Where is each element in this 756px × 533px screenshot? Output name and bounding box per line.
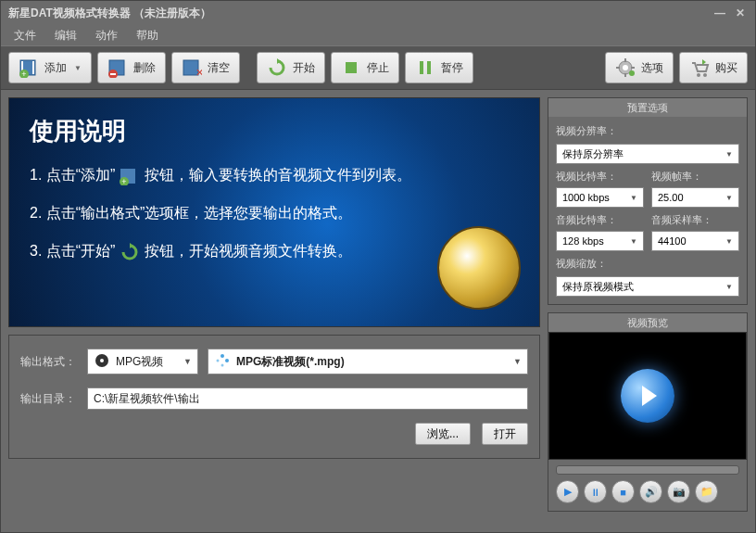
instruction-step-2: 2. 点击“输出格式”选项框，选择您要输出的格式。 <box>30 204 519 223</box>
preview-slider[interactable] <box>556 465 739 475</box>
svg-rect-19 <box>631 67 635 69</box>
audio-sample-label: 音频采样率： <box>651 213 739 227</box>
toolbar: + 添加▼ 删除 ✕ 清空 开始 停止 暂停 选项 <box>1 45 755 90</box>
svg-text:✕: ✕ <box>195 67 202 78</box>
browse-button[interactable]: 浏览... <box>415 423 471 445</box>
output-format-label: 输出格式： <box>20 354 78 370</box>
output-dir-input[interactable] <box>87 387 528 410</box>
stop-icon <box>341 57 361 78</box>
clear-film-icon: ✕ <box>182 57 202 78</box>
svg-point-29 <box>100 359 104 362</box>
svg-text:+: + <box>122 177 127 185</box>
menu-help[interactable]: 帮助 <box>127 26 168 45</box>
video-scale-select[interactable]: 保持原视频模式▼ <box>556 276 739 297</box>
instruction-step-1: 1. 点击“添加” + 按钮，输入要转换的音视频文件到列表。 <box>30 166 519 185</box>
preview-header: 视频预览 <box>548 313 747 332</box>
svg-rect-17 <box>624 73 626 77</box>
audio-bitrate-select[interactable]: 128 kbps▼ <box>556 231 644 251</box>
instruction-banner: 使用说明 1. 点击“添加” + 按钮，输入要转换的音视频文件到列表。 2. 点… <box>8 97 540 327</box>
svg-rect-16 <box>624 58 626 62</box>
preview-stop-button[interactable]: ■ <box>611 480 635 503</box>
preview-panel: 视频预览 ▶ ⏸ ■ 🔊 📷 📁 <box>548 312 748 512</box>
banner-heading: 使用说明 <box>30 115 519 147</box>
preview-play-button[interactable]: ▶ <box>556 480 579 503</box>
video-resolution-select[interactable]: 保持原分辨率▼ <box>556 144 739 164</box>
options-button[interactable]: 选项 <box>605 52 674 83</box>
menu-edit[interactable]: 编辑 <box>45 26 86 45</box>
svg-rect-13 <box>427 61 431 74</box>
preview-volume-button[interactable]: 🔊 <box>639 480 662 503</box>
audio-bitrate-label: 音频比特率： <box>556 213 644 227</box>
pause-icon <box>415 57 435 78</box>
add-film-icon: + <box>19 57 39 78</box>
film-icon <box>94 352 110 372</box>
svg-point-15 <box>623 65 628 70</box>
video-fps-label: 视频帧率： <box>651 170 739 184</box>
add-button[interactable]: + 添加▼ <box>8 52 92 83</box>
preview-pause-button[interactable]: ⏸ <box>584 480 607 503</box>
delete-button[interactable]: 删除 <box>97 52 166 83</box>
close-button[interactable]: ✕ <box>733 6 748 19</box>
stop-button[interactable]: 停止 <box>331 52 399 83</box>
output-dir-label: 输出目录： <box>20 391 78 407</box>
preview-folder-button[interactable]: 📁 <box>695 480 718 503</box>
loading-icon <box>214 352 231 372</box>
clear-button[interactable]: ✕ 清空 <box>171 52 240 83</box>
disc-decoration <box>437 226 521 310</box>
svg-rect-11 <box>346 62 357 73</box>
menu-file[interactable]: 文件 <box>5 26 45 45</box>
preview-play-icon <box>621 369 674 423</box>
svg-rect-7 <box>110 73 116 75</box>
delete-film-icon <box>107 57 128 78</box>
svg-point-22 <box>703 73 707 77</box>
preview-snapshot-button[interactable]: 📷 <box>667 480 690 503</box>
video-bitrate-label: 视频比特率： <box>556 170 644 184</box>
titlebar: 新星DAT视频格式转换器 （未注册版本） — ✕ <box>1 1 755 25</box>
preview-area <box>548 332 747 460</box>
svg-point-21 <box>697 73 700 77</box>
pause-button[interactable]: 暂停 <box>405 52 473 83</box>
audio-sample-select[interactable]: 44100▼ <box>651 231 739 251</box>
video-fps-select[interactable]: 25.00▼ <box>651 187 739 208</box>
preset-header: 预置选项 <box>548 98 747 117</box>
minimize-button[interactable]: — <box>712 6 727 19</box>
svg-rect-2 <box>32 61 34 74</box>
main-window: 新星DAT视频格式转换器 （未注册版本） — ✕ 文件 编辑 动作 帮助 + 添… <box>0 0 756 533</box>
menu-action[interactable]: 动作 <box>86 26 127 45</box>
format-profile-select[interactable]: MPG标准视频(*.mpg) ▼ <box>208 349 528 374</box>
format-category-select[interactable]: MPG视频 ▼ <box>87 349 198 374</box>
svg-point-20 <box>629 70 635 76</box>
svg-point-33 <box>217 359 220 362</box>
video-scale-label: 视频缩放： <box>556 257 739 271</box>
svg-point-31 <box>225 359 229 362</box>
add-film-icon: + <box>119 167 141 185</box>
svg-rect-12 <box>420 61 423 74</box>
gear-icon <box>615 57 636 78</box>
window-title: 新星DAT视频格式转换器 （未注册版本） <box>8 6 211 21</box>
video-resolution-label: 视频分辨率： <box>556 124 739 138</box>
cart-icon <box>689 57 710 78</box>
menubar: 文件 编辑 动作 帮助 <box>1 25 755 45</box>
refresh-icon <box>119 243 141 261</box>
preview-controls: ▶ ⏸ ■ 🔊 📷 📁 <box>556 480 739 503</box>
start-refresh-icon <box>267 57 287 78</box>
video-bitrate-select[interactable]: 1000 kbps▼ <box>556 187 644 208</box>
svg-point-32 <box>221 363 224 366</box>
svg-rect-18 <box>616 67 620 69</box>
output-settings: 输出格式： MPG视频 ▼ MPG标准视频(*.mpg) ▼ 输出目录： <box>8 335 540 459</box>
svg-point-30 <box>220 354 224 358</box>
start-button[interactable]: 开始 <box>257 52 325 83</box>
svg-text:+: + <box>21 70 26 78</box>
open-button[interactable]: 打开 <box>482 423 528 445</box>
preset-panel: 预置选项 视频分辨率： 保持原分辨率▼ 视频比特率： 1000 kbps▼ 视频… <box>548 97 748 305</box>
buy-button[interactable]: 购买 <box>679 52 748 83</box>
